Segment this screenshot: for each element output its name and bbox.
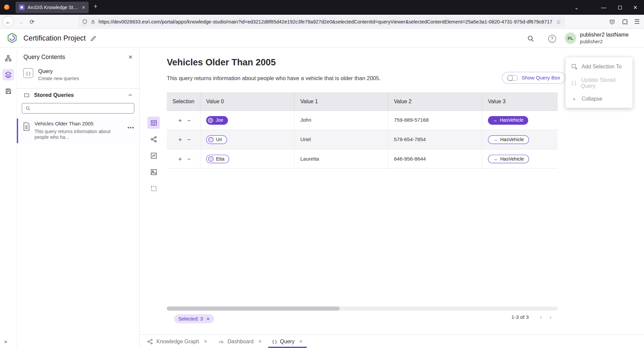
remove-from-selection-button[interactable]: − [187, 117, 191, 124]
tab-dashboard[interactable]: Dashboard ✕ [213, 335, 267, 348]
search-icon[interactable] [526, 34, 535, 43]
tracking-shield-icon[interactable] [82, 19, 88, 24]
menu-icon[interactable]: ☰ [632, 17, 642, 26]
relationship-pill[interactable]: →HasVehicle [488, 155, 529, 163]
entity-dot-icon [208, 156, 213, 162]
forward-button[interactable]: → [16, 17, 26, 26]
stored-queries-header[interactable]: Stored Queries [17, 88, 139, 101]
menu-item-update-stored-query[interactable]: { } Update Stored Query [565, 75, 632, 91]
browser-profile-icon[interactable] [4, 4, 9, 10]
list-tabs-chevron-icon[interactable]: ⌄ [573, 3, 581, 11]
back-button[interactable]: ← [2, 16, 13, 27]
cell-value: 759-889-57168 [394, 117, 429, 123]
entity-pill[interactable]: Joe [206, 116, 228, 125]
url-bar[interactable]: https://dev0028833.esri.com/portal/apps/… [78, 16, 565, 27]
map-icon[interactable] [147, 166, 160, 178]
left-rail: » [0, 48, 16, 348]
relationship-pill[interactable]: →HasVehicle [488, 116, 528, 125]
app-logo [7, 33, 18, 44]
chart-icon[interactable] [147, 149, 160, 162]
stored-query-item[interactable]: Vehicles Older Than 2005 This query retu… [17, 118, 139, 144]
table-view-icon[interactable] [147, 117, 160, 129]
view-toolbar [147, 117, 160, 195]
dashboard-icon [218, 338, 224, 344]
save-icon[interactable] [2, 85, 14, 97]
query-contents-panel: Query Contents ✕ { } Query Create new qu… [16, 48, 140, 348]
next-page-chevron-icon[interactable]: › [546, 313, 555, 321]
show-query-box-toggle[interactable]: Show Query Box [502, 72, 565, 83]
browser-tab-strip: ArcGIS Knowledge Studio ✕ + ⌄ — ✕ [0, 0, 644, 15]
entity-pill[interactable]: Etta [206, 155, 229, 163]
panel-close-icon[interactable]: ✕ [128, 54, 133, 60]
cell-value: 578-654-7854 [394, 137, 426, 142]
table-row: + − Etta Lauretta 846-956-8644 →HasVehic… [167, 149, 558, 169]
stored-query-title: Vehicles Older Than 2005 [35, 121, 117, 127]
layers-icon[interactable] [2, 69, 14, 80]
pocket-icon[interactable] [607, 17, 617, 26]
extensions-icon[interactable] [620, 17, 630, 26]
add-to-selection-button[interactable]: + [178, 136, 182, 143]
tab-title: ArcGIS Knowledge Studio [28, 5, 79, 10]
link-chart-icon[interactable] [147, 133, 160, 146]
query-braces-icon: { } [23, 68, 33, 78]
folder-icon [23, 92, 30, 98]
panel-title: Query Contents [23, 54, 65, 60]
search-input[interactable] [33, 106, 131, 111]
new-query-item[interactable]: { } Query Create new queries [17, 66, 139, 88]
add-to-selection-button[interactable]: + [178, 117, 182, 124]
table-header-row: Selection Value 0 Value 1 Value 2 Value … [167, 92, 558, 111]
tab-query[interactable]: { } Query ✕ [267, 335, 308, 348]
help-icon[interactable]: ? [547, 34, 556, 43]
relationship-pill[interactable]: →HasVehicle [488, 135, 529, 144]
new-query-subtitle: Create new queries [38, 76, 79, 81]
results-table: Selection Value 0 Value 1 Value 2 Value … [167, 92, 558, 169]
arrow-right-icon: → [493, 137, 498, 142]
horizontal-scrollbar[interactable] [167, 306, 558, 310]
tab-close-icon[interactable]: ✕ [299, 339, 303, 344]
remove-from-selection-button[interactable]: − [187, 136, 191, 143]
braces-icon: { } [571, 80, 577, 85]
clear-selection-icon[interactable]: ✕ [206, 316, 210, 322]
expand-panel-icon[interactable]: » [4, 338, 7, 345]
window-maximize-button[interactable] [616, 3, 624, 11]
url-text: https://dev0028833.esri.com/portal/apps/… [99, 19, 553, 24]
row-range-label: 1-3 of 3 [511, 314, 529, 320]
remove-from-selection-button[interactable]: − [187, 155, 191, 162]
user-avatar[interactable]: PL [565, 33, 576, 44]
app-header: Certification Project ? PL publisher2 la… [0, 29, 644, 48]
selected-count-chip[interactable]: Selected: 3 ✕ [174, 314, 214, 323]
tab-close-icon[interactable]: ✕ [82, 5, 85, 10]
menu-item-add-selection-to[interactable]: Add Selection To [565, 59, 632, 75]
item-options-ellipsis-icon[interactable]: ••• [128, 124, 134, 130]
bookmark-star-icon[interactable]: ☆ [556, 18, 561, 25]
stored-queries-title: Stored Queries [34, 92, 74, 98]
selected-count-label: Selected: 3 [178, 316, 203, 322]
lock-icon[interactable] [91, 19, 95, 24]
window-minimize-button[interactable]: — [600, 3, 608, 11]
contents-tree-icon[interactable] [2, 53, 14, 64]
edit-title-pencil-icon[interactable] [89, 34, 98, 43]
table-row: + − Joe John 759-889-57168 →HasVehicle [167, 111, 558, 130]
scrollbar-thumb[interactable] [167, 306, 340, 310]
browser-tab[interactable]: ArcGIS Knowledge Studio ✕ [16, 2, 89, 13]
tab-close-icon[interactable]: ✕ [258, 339, 262, 344]
refresh-button[interactable]: ⟳ [27, 17, 37, 26]
menu-item-collapse[interactable]: » Collapse [565, 91, 632, 107]
previous-page-chevron-icon[interactable]: ‹ [536, 313, 546, 321]
add-to-selection-button[interactable]: + [178, 155, 182, 162]
selection-tools-icon[interactable] [147, 182, 160, 194]
new-tab-button[interactable]: + [94, 3, 97, 10]
arrow-right-icon: → [493, 156, 498, 162]
entity-pill[interactable]: Uri [206, 135, 227, 144]
toggle-switch[interactable] [507, 75, 518, 80]
toggle-label: Show Query Box [522, 75, 560, 80]
window-close-button[interactable]: ✕ [631, 3, 639, 11]
tab-label: Dashboard [228, 338, 254, 344]
tab-close-icon[interactable]: ✕ [204, 339, 207, 344]
tab-favicon-icon [19, 4, 24, 10]
stored-queries-search[interactable] [22, 103, 134, 114]
tab-knowledge-graph[interactable]: Knowledge Graph ✕ [142, 335, 213, 348]
cell-value: John [300, 117, 311, 123]
chevron-up-icon[interactable] [128, 93, 133, 98]
user-info[interactable]: publisher2 lastName publisher2 [580, 32, 629, 45]
